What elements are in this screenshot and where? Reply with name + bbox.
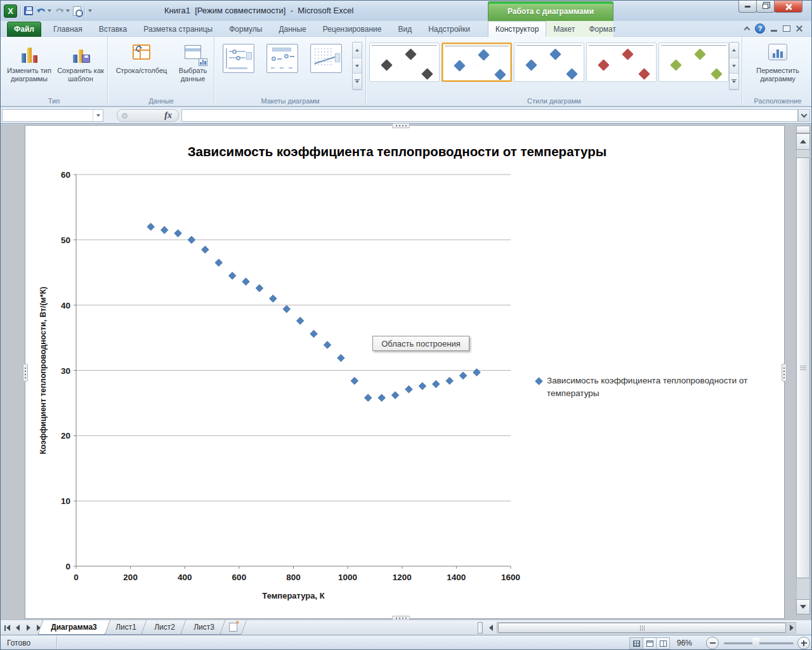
chart-layout-thumb[interactable] bbox=[310, 44, 342, 73]
sheet-tab-active[interactable]: Диаграмма3 bbox=[37, 620, 110, 635]
status-bar: Готово 96% bbox=[1, 635, 811, 650]
page-break-icon bbox=[660, 640, 667, 647]
sheet-tabs: Диаграмма3Лист1Лист2Лист3 bbox=[40, 620, 241, 635]
ribbon-tab[interactable]: Разметка страницы bbox=[135, 21, 221, 37]
zoom-in-button[interactable] bbox=[797, 637, 810, 649]
group-chart-layouts: Макеты диаграмм bbox=[215, 37, 366, 106]
name-box[interactable] bbox=[2, 109, 103, 122]
chart-style-thumb[interactable] bbox=[658, 43, 729, 82]
chart-style-thumb[interactable] bbox=[514, 43, 584, 82]
ribbon-tab-contextual[interactable]: Формат bbox=[582, 21, 623, 37]
page-break-view-button[interactable] bbox=[656, 637, 670, 649]
qat-separator bbox=[20, 5, 21, 17]
horizontal-scroll-track[interactable] bbox=[497, 622, 796, 633]
close-button[interactable] bbox=[774, 1, 802, 13]
gallery-scroll-up-button[interactable] bbox=[353, 43, 362, 58]
normal-view-button[interactable] bbox=[629, 637, 643, 649]
minimize-button[interactable] bbox=[738, 1, 757, 13]
move-chart-button[interactable]: Переместить диаграмму bbox=[749, 41, 806, 84]
name-box-dropdown[interactable] bbox=[93, 110, 103, 121]
hscroll-left-button[interactable] bbox=[486, 623, 495, 633]
svg-text:0: 0 bbox=[65, 562, 70, 571]
chart-style-thumb[interactable] bbox=[369, 43, 440, 82]
chart-layout-thumb[interactable] bbox=[223, 44, 254, 73]
gallery-scroll-up-button[interactable] bbox=[730, 43, 738, 58]
print-preview-button[interactable] bbox=[73, 6, 81, 16]
next-sheet-button[interactable] bbox=[24, 623, 33, 633]
restore-button[interactable] bbox=[756, 1, 775, 13]
insert-worksheet-button[interactable] bbox=[219, 620, 247, 635]
change-chart-type-icon bbox=[18, 41, 40, 63]
horizontal-scroll-thumb[interactable] bbox=[498, 623, 786, 633]
formula-input[interactable] bbox=[181, 109, 798, 122]
contextual-tab-banner: Работа с диаграммами bbox=[488, 1, 613, 21]
first-sheet-button[interactable] bbox=[3, 623, 11, 633]
page-layout-icon bbox=[646, 640, 653, 647]
sheet-tab-label: Лист3 bbox=[193, 623, 214, 632]
workbook-restore-icon[interactable] bbox=[783, 25, 790, 32]
undo-button[interactable] bbox=[36, 6, 51, 15]
zoom-slider-thumb[interactable] bbox=[752, 638, 759, 647]
chart-style-thumb-selected[interactable] bbox=[442, 43, 512, 82]
customize-qat-button[interactable] bbox=[88, 10, 92, 12]
switch-row-column-button[interactable]: Строка/столбец bbox=[111, 41, 172, 76]
ribbon-tab-row: Файл ГлавнаяВставкаРазметка страницыФорм… bbox=[1, 21, 811, 37]
window-controls bbox=[739, 1, 802, 13]
scatter-chart: 0102030405060020040060080010001200140016… bbox=[25, 126, 785, 620]
select-data-button[interactable]: Выбрать данные bbox=[173, 41, 213, 84]
split-handle[interactable] bbox=[796, 126, 810, 133]
minimize-ribbon-icon[interactable] bbox=[744, 27, 750, 33]
page-layout-view-button[interactable] bbox=[643, 637, 657, 649]
workbook-close-icon[interactable] bbox=[796, 25, 802, 32]
change-chart-type-button[interactable]: Изменить тип диаграммы bbox=[4, 41, 54, 84]
selection-handle-right[interactable] bbox=[782, 364, 787, 381]
selection-handle-left[interactable] bbox=[23, 364, 28, 381]
save-button[interactable] bbox=[24, 6, 33, 15]
zoom-level-label: 96% bbox=[677, 639, 692, 647]
gallery-scroll-down-button[interactable] bbox=[353, 58, 362, 74]
sheet-tab-label: Диаграмма3 bbox=[51, 623, 97, 632]
chart-legend[interactable]: Зависимость коэффициента теплопроводност… bbox=[536, 375, 770, 400]
workbook-minimize-icon[interactable] bbox=[771, 30, 777, 32]
style-diamond-icon bbox=[566, 68, 577, 79]
redo-dropdown-icon[interactable] bbox=[66, 10, 70, 12]
ribbon-tab[interactable]: Данные bbox=[270, 21, 314, 37]
ribbon-tab-contextual[interactable]: Макет bbox=[546, 21, 582, 37]
redo-button[interactable] bbox=[55, 6, 70, 15]
chart-style-thumb[interactable] bbox=[586, 43, 657, 82]
chart-layout-thumb[interactable] bbox=[266, 44, 298, 73]
ribbon-tab[interactable]: Надстройки bbox=[420, 21, 478, 37]
gallery-more-button[interactable] bbox=[353, 74, 362, 90]
group-label-layouts: Макеты диаграмм bbox=[215, 97, 365, 105]
ribbon-tab-active[interactable]: Конструктор bbox=[488, 21, 546, 37]
selection-handle-top[interactable] bbox=[392, 123, 410, 128]
vertical-scroll-thumb[interactable] bbox=[796, 157, 810, 578]
print-preview-icon bbox=[73, 6, 81, 16]
tab-split-handle[interactable] bbox=[478, 622, 483, 633]
ribbon-tab[interactable]: Формулы bbox=[221, 21, 270, 37]
undo-icon bbox=[36, 6, 46, 15]
contextual-tabs: КонструкторМакетФормат bbox=[488, 21, 613, 37]
excel-window: X Книга1 [Режим совместимости] - Microso… bbox=[0, 0, 812, 650]
excel-app-icon[interactable]: X bbox=[4, 4, 17, 18]
expand-formula-bar-button[interactable] bbox=[798, 109, 810, 122]
zoom-out-button[interactable] bbox=[706, 637, 719, 649]
save-as-template-button[interactable]: Сохранить как шаблон bbox=[56, 41, 105, 84]
ribbon-tab[interactable]: Рецензирование bbox=[315, 21, 390, 37]
file-tab[interactable]: Файл bbox=[7, 22, 41, 37]
previous-sheet-button[interactable] bbox=[13, 623, 22, 633]
ribbon-tab[interactable]: Вставка bbox=[91, 21, 136, 37]
gallery-more-button[interactable] bbox=[730, 74, 738, 90]
ribbon-tab[interactable]: Вид bbox=[390, 21, 420, 37]
scroll-down-button[interactable] bbox=[796, 599, 810, 614]
insert-function-button[interactable]: fx bbox=[117, 109, 179, 122]
undo-dropdown-icon[interactable] bbox=[48, 10, 51, 12]
scroll-up-button[interactable] bbox=[796, 133, 810, 150]
gallery-scroll-down-button[interactable] bbox=[730, 58, 738, 74]
svg-text:200: 200 bbox=[123, 573, 138, 582]
help-icon[interactable]: ? bbox=[755, 23, 765, 34]
hscroll-right-button[interactable] bbox=[787, 623, 796, 633]
select-data-icon bbox=[182, 41, 204, 63]
chart-sheet[interactable]: 0102030405060020040060080010001200140016… bbox=[25, 125, 785, 619]
ribbon-tab[interactable]: Главная bbox=[45, 21, 91, 37]
